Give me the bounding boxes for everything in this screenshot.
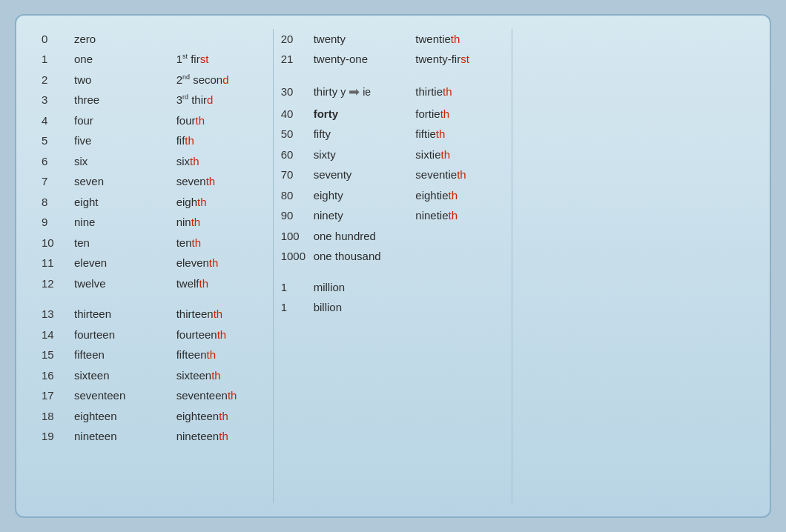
list-item: 13 thirteen thirteenth — [42, 305, 265, 325]
number-2: 2 — [42, 72, 74, 89]
ordinal-19: nineteenth — [176, 428, 265, 445]
list-item: 1 billion — [281, 298, 505, 319]
list-item: 3 three 3rd third — [42, 90, 265, 111]
list-item: 100 one hundred — [281, 226, 505, 247]
word-eighty: eighty — [314, 187, 416, 205]
number-15: 15 — [42, 347, 74, 364]
word-nine: nine — [74, 214, 176, 231]
ordinal-18: eighteenth — [176, 408, 265, 425]
number-13: 13 — [42, 306, 74, 323]
number-11: 11 — [42, 255, 74, 272]
ordinal-15: fifteenth — [176, 347, 265, 364]
number-80: 80 — [281, 187, 314, 205]
word-forty: forty — [314, 106, 416, 123]
word-seventeen: seventeen — [74, 388, 176, 405]
list-item: 1 million — [281, 277, 505, 298]
list-item: 10 ten tenth — [42, 233, 265, 253]
word-fifty: fifty — [314, 126, 416, 143]
number-6: 6 — [42, 153, 74, 170]
word-twelve: twelve — [74, 276, 176, 293]
word-eight: eight — [74, 194, 176, 211]
list-item: 17 seventeen seventeenth — [42, 386, 265, 407]
ordinal-10: tenth — [176, 235, 265, 252]
ordinal-40: fortieth — [415, 106, 504, 123]
ordinal-1: 1st first — [176, 51, 265, 68]
number-70: 70 — [281, 167, 314, 184]
word-two: two — [74, 72, 176, 89]
ordinal-60: sixtieth — [415, 147, 504, 164]
word-zero: zero — [74, 31, 265, 48]
number-5: 5 — [42, 133, 74, 150]
list-item: 18 eighteen eighteenth — [42, 406, 265, 427]
word-ninety: ninety — [314, 207, 416, 225]
word-six: six — [74, 153, 176, 170]
ordinal-13: thirteenth — [176, 306, 265, 323]
list-item: 60 sixty sixtieth — [281, 144, 505, 165]
ordinal-7: seventh — [176, 173, 265, 190]
list-item: 40 forty fortieth — [281, 104, 505, 124]
word-one: one — [74, 51, 176, 68]
ordinal-11: eleventh — [176, 255, 265, 272]
number-7: 7 — [42, 173, 74, 190]
ordinal-8: eighth — [176, 194, 265, 211]
list-item: 20 twenty twentieth — [281, 29, 505, 50]
ordinal-20: twentieth — [415, 31, 504, 48]
arrow-icon: ➡ — [349, 82, 360, 102]
ordinal-30: thirtieth — [415, 84, 504, 101]
word-billion: billion — [314, 299, 505, 316]
word-three: three — [74, 92, 176, 109]
list-item: 5 five fifth — [42, 131, 265, 152]
word-one-hundred: one hundred — [314, 228, 505, 245]
list-item: 2 two 2nd second — [42, 70, 265, 90]
word-four: four — [74, 113, 176, 130]
number-10: 10 — [42, 235, 74, 252]
ordinal-80: eightieth — [415, 187, 504, 205]
word-eleven: eleven — [74, 255, 176, 272]
ordinal-12: twelfth — [176, 276, 265, 293]
word-eighteen: eighteen — [74, 408, 176, 425]
spacer — [281, 70, 505, 80]
word-sixteen: sixteen — [74, 368, 176, 385]
word-million: million — [314, 279, 505, 296]
word-twenty: twenty — [314, 31, 416, 48]
ordinal-90: ninetieth — [415, 207, 504, 225]
word-ten: ten — [74, 235, 176, 252]
list-item: 15 fifteen fifteenth — [42, 345, 265, 366]
word-thirty: thirty y ➡ ie — [314, 82, 416, 102]
number-20: 20 — [281, 31, 314, 48]
list-item: 4 four fourth — [42, 110, 265, 131]
list-item: 30 thirty y ➡ ie thirtieth — [281, 80, 505, 104]
number-17: 17 — [42, 388, 74, 405]
word-twenty-one: twenty-one — [314, 51, 416, 68]
list-item: 90 ninety ninetieth — [281, 206, 505, 227]
word-sixty: sixty — [314, 147, 416, 164]
ordinal-14: fourteenth — [176, 327, 265, 344]
spacer — [281, 267, 505, 277]
number-0: 0 — [42, 31, 74, 48]
list-item: 9 nine ninth — [42, 213, 265, 233]
ordinal-9: ninth — [176, 214, 265, 231]
list-item: 21 twenty-one twenty-first — [281, 50, 505, 70]
list-item: 50 fifty fiftieth — [281, 124, 505, 145]
numbers-table: 0 zero 1 one 1st first 2 two 2nd second … — [15, 14, 771, 518]
number-12: 12 — [42, 276, 74, 293]
word-nineteen: nineteen — [74, 428, 176, 445]
word-fifteen: fifteen — [74, 347, 176, 364]
list-item: 80 eighty eightieth — [281, 185, 505, 206]
list-item: 8 eight eighth — [42, 192, 265, 213]
number-4: 4 — [42, 113, 74, 130]
list-item: 12 twelve twelfth — [42, 273, 265, 294]
list-item: 19 nineteen nineteenth — [42, 427, 265, 448]
list-item: 7 seven seventh — [42, 172, 265, 193]
col-right — [512, 29, 752, 503]
number-1-billion: 1 — [281, 299, 314, 316]
ordinal-2: 2nd second — [176, 72, 265, 89]
ordinal-70: seventieth — [415, 167, 504, 184]
y-label: y — [340, 84, 346, 100]
number-100: 100 — [281, 228, 314, 245]
ordinal-4: fourth — [176, 113, 265, 130]
number-9: 9 — [42, 214, 74, 231]
ordinal-3: 3rd third — [176, 92, 265, 109]
ordinal-6: sixth — [176, 153, 265, 170]
list-item: 1000 one thousand — [281, 247, 505, 267]
